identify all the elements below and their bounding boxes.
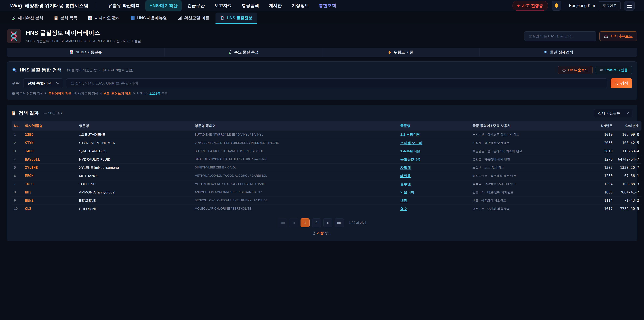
- category-sebc-classification[interactable]: SEBC 거동분류: [7, 48, 164, 57]
- table-row[interactable]: 9 BENZ BENZENE BENZOL / CYCLOHEXATRIENE …: [12, 196, 642, 205]
- tab-analysis-list[interactable]: 분석 목록: [49, 13, 82, 24]
- table-row[interactable]: 3 14BD 1,4-BUTANEDIOL BUTANE-1,4-DIOL / …: [12, 147, 642, 155]
- nav-item-integrated-search[interactable]: 통합조회: [315, 0, 340, 11]
- nav-item-rescue[interactable]: 긴급구난: [183, 0, 209, 11]
- hint-text: 등록: [160, 92, 168, 95]
- db-download-button[interactable]: DB 다운로드: [600, 31, 637, 41]
- search-type-select[interactable]: 전체 통합검색: [23, 78, 63, 88]
- table-row[interactable]: 5 XYLENE XYLENE (mixed isomers) DIMETHYL…: [12, 163, 642, 172]
- search-type-label: 구분:: [12, 81, 20, 86]
- quick-search-input[interactable]: [524, 31, 596, 41]
- behavior-class-filter-value: 전체 거동분류: [598, 111, 620, 115]
- substance-un-number: 1010: [596, 131, 615, 139]
- category-substance-properties[interactable]: 주요 물질 특성: [164, 48, 322, 57]
- tab-label: 확산모델 이론: [184, 15, 210, 21]
- page-button-2[interactable]: 2: [312, 218, 321, 227]
- substance-korean-name-link[interactable]: 암모니아: [400, 190, 414, 194]
- results-table-body: 1 13BD 1,3-BUTADIENE BUTADIENE / PYRROYL…: [12, 131, 642, 213]
- menu-button[interactable]: [624, 1, 634, 11]
- bar-chart-icon: [70, 50, 74, 54]
- substance-cas-number: 106-99-0: [615, 131, 642, 139]
- substance-korean-name-cell: 염소: [398, 205, 470, 213]
- tab-hns-substance-info[interactable]: HNS 물질정보: [216, 13, 257, 24]
- total-count-line: 총 20종 등록: [12, 231, 632, 235]
- logout-button[interactable]: 로그아웃: [599, 1, 620, 10]
- nav-item-reports[interactable]: 보고자료: [210, 0, 236, 11]
- tab-dispersion-analysis[interactable]: 대기확산 분석: [7, 13, 48, 24]
- substance-korean-name-link[interactable]: 자일렌: [400, 166, 411, 169]
- notifications-button[interactable]: [552, 1, 561, 11]
- behavior-class-filter-select[interactable]: 전체 거동분류: [594, 109, 632, 117]
- substance-korean-name-cell: 자일렌: [398, 163, 470, 172]
- substance-abbreviation: BENZ: [23, 196, 77, 205]
- substance-cas-number: 1330-20-7: [615, 163, 642, 172]
- db-download-label: DB 다운로드: [568, 68, 588, 72]
- substance-english-name: STYRENE MONOMER: [77, 139, 192, 147]
- substance-un-number: 1307: [596, 163, 615, 172]
- substance-korean-synonyms: 부틸렌글리콜 · 플라스틱 가소제 원료: [470, 147, 596, 155]
- substance-un-number: 1270: [596, 155, 615, 163]
- clipboard-icon: [12, 111, 16, 116]
- search-form: 구분: 전체 통합검색 검색: [12, 78, 632, 88]
- substance-english-synonyms: METHYL ALCOHOL / WOOD ALCOHOL / CARBINOL: [192, 172, 398, 180]
- substance-un-number: 2055: [596, 139, 615, 147]
- bar-chart-icon: [88, 16, 92, 20]
- substance-korean-name-link[interactable]: 스티렌 모노머: [400, 141, 422, 145]
- next-page-button[interactable]: ▶: [323, 218, 332, 227]
- portmis-link-button[interactable]: Port-MIS 연동: [595, 66, 632, 74]
- hint-count: 1,222종: [150, 92, 161, 95]
- page-button-1[interactable]: 1: [300, 218, 310, 227]
- last-page-button[interactable]: ▶▶: [335, 218, 344, 227]
- search-button[interactable]: 검색: [611, 78, 632, 88]
- hint-emphasis: 동의어까지 검색: [48, 92, 72, 95]
- search-panel-title-block: HNS 물질 통합 검색 (화물약어·제품명·동의어·CAS·UN번호 통합): [12, 67, 133, 73]
- category-risk-criteria[interactable]: 위험도 기준: [322, 48, 480, 57]
- table-row[interactable]: 4 BASEOIL HYDRAULIC FLUID BASE OIL / HYD…: [12, 155, 642, 163]
- page-title-block: HNS 물질정보 데이터베이스 SEBC 거동분류 · CHRIS/CAMEO …: [26, 29, 141, 43]
- substance-english-name: 1,3-BUTADIENE: [77, 131, 192, 139]
- substance-korean-name-link[interactable]: 1,3-부타디엔: [400, 133, 420, 136]
- nav-item-hns-dispersion[interactable]: HNS·대기확산: [146, 0, 182, 11]
- table-row[interactable]: 6 MEOH METHANOL METHYL ALCOHOL / WOOD AL…: [12, 172, 642, 180]
- incident-status-badge: 사고 진행중: [512, 1, 548, 11]
- substance-korean-name-link[interactable]: 염소: [400, 207, 407, 211]
- nav-item-weather[interactable]: 기상정보: [288, 0, 313, 11]
- pagination: ◀◀ ◀ 1 2 ▶ ▶▶ 1 / 2 페이지: [12, 218, 632, 227]
- substance-korean-name-link[interactable]: 톨루엔: [400, 182, 411, 186]
- substance-korean-name-link[interactable]: 벤젠: [400, 198, 407, 202]
- table-row[interactable]: 7 TOLU TOLUENE METHYLBENZENE / TOLUOL / …: [12, 180, 642, 188]
- category-detail-search[interactable]: 물질 상세검색: [480, 48, 637, 57]
- substance-korean-name-cell: 메탄올: [398, 172, 470, 180]
- table-row[interactable]: 2 STYN STYRENE MONOMER VINYLBENZENE / ET…: [12, 139, 642, 147]
- nav-item-air-search[interactable]: 항공탐색: [238, 0, 263, 11]
- row-number: 9: [12, 196, 23, 205]
- nav-item-oil-spill[interactable]: 유출유 확산예측: [104, 0, 144, 11]
- row-number: 6: [12, 172, 23, 180]
- tab-dispersion-model-theory[interactable]: 확산모델 이론: [173, 13, 214, 24]
- substance-korean-synonyms: 유압유 · 가동장비·선박 엔진: [470, 155, 596, 163]
- substance-korean-name-link[interactable]: 메탄올: [400, 174, 411, 178]
- tab-label: HNS 물질정보: [227, 15, 252, 21]
- tab-hns-manual[interactable]: HNS 대응매뉴얼: [126, 13, 172, 24]
- db-download-button[interactable]: DB 다운로드: [558, 66, 592, 74]
- download-tray-icon: [604, 34, 608, 38]
- substance-korean-name-cell: 암모니아: [398, 188, 470, 196]
- category-label: 물질 상세검색: [550, 50, 573, 55]
- table-row[interactable]: 1 13BD 1,3-BUTADIENE BUTADIENE / PYRROYL…: [12, 131, 642, 139]
- substance-korean-name-link[interactable]: 윤활유(기유): [400, 157, 420, 161]
- table-row[interactable]: 8 NH3 AMMONIA (anhydrous) ANHYDROUS AMMO…: [12, 188, 642, 196]
- bell-icon: [554, 3, 559, 9]
- nav-item-board[interactable]: 게시판: [265, 0, 286, 11]
- tab-scenario-management[interactable]: 시나리오 관리: [83, 13, 124, 24]
- first-page-button[interactable]: ◀◀: [278, 218, 287, 227]
- search-button-label: 검색: [620, 81, 628, 86]
- column-header-korean-synonyms: 국문 동의어 / 주요 사용처: [470, 121, 596, 131]
- substance-korean-name-link[interactable]: 1,4-부탄디올: [400, 149, 420, 153]
- table-row[interactable]: 10 CL2 CHLORINE MOLECULAR CHLORINE / BER…: [12, 205, 642, 213]
- results-table-head: No. 약자/제품명 영문명 영문명 동의어 국문명 국문 동의어 / 주요 사…: [12, 121, 642, 131]
- results-title: 검색 결과: [18, 110, 39, 116]
- unified-search-input[interactable]: [66, 78, 607, 88]
- previous-page-button[interactable]: ◀: [289, 218, 298, 227]
- incident-status-label: 사고 진행중: [522, 3, 543, 9]
- substance-korean-synonyms: 메틸알코올 · 석유화학 원료·연료: [470, 172, 596, 180]
